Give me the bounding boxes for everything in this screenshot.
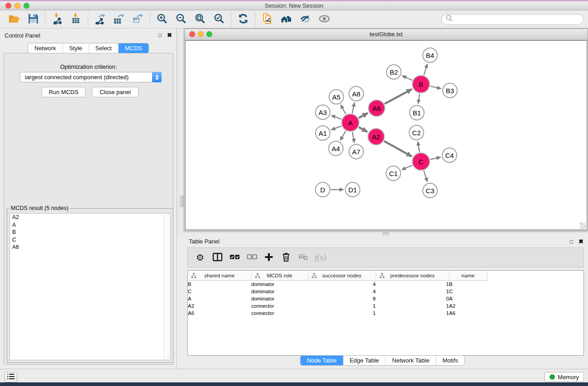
cell[interactable]: 1 (308, 310, 376, 317)
destroy-table-button[interactable] (295, 249, 312, 266)
graph-node-B[interactable]: B (412, 75, 430, 93)
result-scrollbar[interactable] (164, 214, 170, 360)
cell[interactable]: connector (251, 310, 308, 317)
graphics-details-button[interactable] (296, 12, 315, 27)
graph-node-C4[interactable]: C4 (442, 148, 457, 163)
table-row[interactable]: Adominator80A (188, 295, 583, 302)
graph-node-B4[interactable]: B4 (422, 48, 438, 63)
table-row[interactable]: A2connector11A2 (188, 302, 583, 310)
result-item[interactable]: C (10, 236, 170, 244)
open-session-button[interactable] (5, 12, 24, 27)
close-panel-icon[interactable]: ✖ (167, 32, 172, 38)
run-mcds-button[interactable]: Run MCDS (42, 87, 86, 97)
add-column-button[interactable] (260, 249, 277, 266)
network-zoom-button[interactable] (206, 31, 212, 37)
save-session-button[interactable] (24, 12, 43, 27)
import-network-button[interactable] (48, 12, 67, 27)
select-all-columns-button[interactable] (226, 249, 243, 266)
close-table-panel-icon[interactable]: ✖ (578, 238, 583, 245)
cell[interactable]: A2 (449, 302, 487, 310)
column-header-shared-name[interactable]: shared name (188, 271, 251, 281)
close-window-button[interactable] (5, 3, 11, 9)
search-input[interactable] (455, 15, 579, 23)
cell[interactable]: 1 (376, 281, 449, 288)
zoom-selected-button[interactable] (210, 12, 229, 27)
export-network-button[interactable] (91, 12, 110, 27)
cell[interactable]: A6 (449, 310, 487, 317)
float-panel-icon[interactable]: □ (158, 32, 162, 38)
cell[interactable]: A6 (188, 310, 251, 317)
cell[interactable]: 1 (376, 302, 449, 310)
graph-node-A1[interactable]: A1 (315, 125, 330, 141)
unselect-all-columns-button[interactable] (243, 249, 260, 266)
cell[interactable]: 8 (308, 295, 376, 302)
cell[interactable]: dominator (251, 295, 308, 302)
tab-network[interactable]: Network (28, 43, 62, 53)
cell[interactable]: dominator (251, 288, 308, 295)
network-canvas[interactable]: B4B2BB3A8A5A6A3B1AA1C2A2A4A7C4CC1C3DD1 (185, 40, 587, 230)
table-row[interactable]: Cdominator41C (188, 288, 583, 295)
graph-node-C[interactable]: C (412, 152, 430, 171)
window-resize-grip[interactable] (580, 223, 586, 229)
graph-node-A3[interactable]: A3 (315, 105, 330, 120)
criterion-dropdown[interactable]: largest connected component (directed) (20, 72, 162, 82)
column-header-name[interactable]: name (449, 271, 487, 281)
table-row[interactable]: A6connector11A6 (188, 310, 583, 317)
tab-style[interactable]: Style (62, 43, 89, 53)
cell[interactable]: 1 (376, 288, 449, 295)
cell[interactable]: 4 (308, 281, 376, 288)
column-header-predecessor-nodes[interactable]: predecessor nodes (376, 271, 449, 281)
tab-select[interactable]: Select (89, 43, 118, 53)
graph-node-B2[interactable]: B2 (386, 64, 402, 80)
home-button[interactable] (277, 12, 296, 27)
memory-button[interactable]: Memory (545, 372, 584, 382)
cell[interactable]: 1 (308, 302, 376, 310)
import-table-button[interactable] (67, 12, 86, 27)
cell[interactable]: C (449, 288, 487, 295)
cell[interactable]: 4 (308, 288, 376, 295)
graph-node-A2[interactable]: A2 (368, 128, 385, 145)
zoom-window-button[interactable] (24, 3, 29, 9)
tab-mcds[interactable]: MCDS (118, 43, 148, 53)
zoom-fit-button[interactable] (191, 12, 210, 27)
graph-node-C3[interactable]: C3 (422, 183, 438, 198)
network-window-titlebar[interactable]: testGlobe.txt (185, 29, 588, 40)
cell[interactable]: B (188, 281, 251, 288)
task-history-button[interactable] (5, 372, 17, 382)
tab-network-table[interactable]: Network Table (385, 356, 435, 365)
birdseye-view-button[interactable] (315, 12, 334, 27)
export-table-button[interactable] (110, 12, 129, 27)
cell[interactable]: 0 (376, 295, 449, 302)
graph-node-C1[interactable]: C1 (386, 166, 401, 181)
gear-button[interactable]: ⚙ (191, 249, 209, 266)
refresh-layout-button[interactable] (234, 12, 253, 27)
cell[interactable]: A (449, 295, 487, 302)
graph-node-A4[interactable]: A4 (328, 141, 344, 156)
graph-node-D[interactable]: D (315, 182, 330, 197)
split-columns-button[interactable] (209, 249, 226, 266)
tab-motifs[interactable]: Motifs (435, 356, 464, 365)
network-close-button[interactable] (189, 31, 195, 37)
result-item[interactable]: A6 (10, 243, 170, 251)
mcds-result-list[interactable]: A2ABCA6 (10, 213, 171, 360)
search-field[interactable] (441, 14, 583, 25)
graph-node-A8[interactable]: A8 (349, 86, 364, 101)
result-item[interactable]: A2 (10, 214, 170, 221)
minimize-window-button[interactable] (14, 3, 20, 9)
zoom-in-button[interactable] (153, 12, 172, 27)
graph-node-D1[interactable]: D1 (345, 182, 360, 197)
float-table-panel-icon[interactable]: □ (570, 238, 573, 245)
table-row[interactable]: Bdominator41B (188, 281, 583, 288)
tab-node-table[interactable]: Node Table (301, 356, 343, 365)
desktop-horizontal-scrollbar[interactable] (184, 231, 588, 235)
cell[interactable]: connector (251, 302, 308, 310)
cell[interactable]: dominator (251, 281, 308, 288)
close-panel-button[interactable]: Close panel (92, 87, 139, 97)
graph-node-A[interactable]: A (341, 114, 359, 132)
result-item[interactable]: B (10, 229, 170, 236)
cell[interactable]: C (188, 288, 251, 295)
clone-network-button[interactable] (258, 12, 277, 27)
zoom-out-button[interactable] (172, 12, 191, 27)
delete-column-button[interactable] (277, 249, 295, 266)
cell[interactable]: 1 (376, 310, 449, 317)
